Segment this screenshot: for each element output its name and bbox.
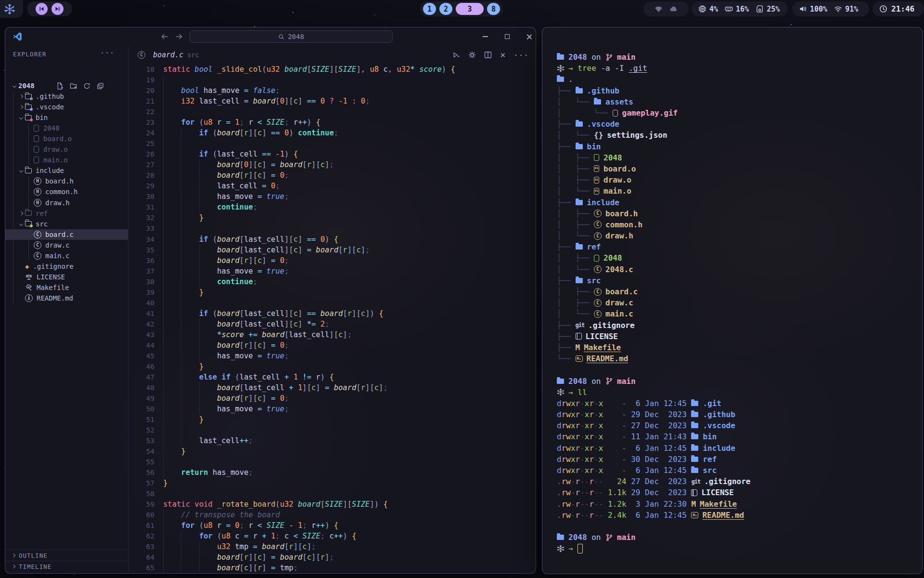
code-line-38[interactable]: 38continue;	[129, 276, 536, 287]
code-line-63[interactable]: 63u32 tmp = board[r][c];	[129, 541, 536, 552]
new-file-icon[interactable]	[56, 82, 64, 90]
explorer-root-2048[interactable]: 2048	[5, 80, 128, 91]
code-line-54[interactable]: 54}	[129, 446, 536, 457]
tab-board-c[interactable]: C board.c src	[133, 46, 204, 64]
minimize-button[interactable]	[481, 32, 489, 41]
command-search-input[interactable]: 2048	[190, 30, 393, 43]
code-line-52[interactable]: 52	[129, 425, 536, 435]
code-line-23[interactable]: 23for (u8 r = 1; r < SIZE; r++) {	[129, 117, 536, 128]
code-line-47[interactable]: 47else if (last_cell + 1 != r) {	[129, 372, 536, 382]
code-line-42[interactable]: 42board[last_cell][c] *= 2;	[129, 319, 536, 329]
code-line-48[interactable]: 48board[last_cell + 1][c] = board[r][c];	[129, 382, 536, 393]
code-line-60[interactable]: 60// transpose the board	[129, 510, 536, 520]
tree-item-.github[interactable]: .github	[5, 91, 128, 102]
code-line-44[interactable]: 44board[r][c] = 0;	[129, 340, 536, 351]
media-previous-button[interactable]	[36, 3, 48, 15]
code-line-19[interactable]: 19	[129, 75, 536, 85]
code-line-39[interactable]: 39}	[129, 287, 536, 298]
history-back-button[interactable]	[160, 32, 169, 41]
code-editor-area[interactable]: 18static bool _slide_col(u32 board[SIZE]…	[129, 64, 536, 573]
workspace-1[interactable]: 1	[423, 3, 436, 15]
media-next-button[interactable]	[51, 3, 64, 15]
code-line-58[interactable]: 58	[129, 488, 536, 499]
workspace-3-active[interactable]: 3	[456, 3, 484, 15]
code-line-53[interactable]: 53last_cell++;	[129, 435, 536, 446]
tree-item-LICENSE[interactable]: LICENSE	[5, 272, 128, 282]
tree-item-draw.h[interactable]: Hdraw.h	[5, 197, 128, 208]
tree-item-README.md[interactable]: iREADME.md	[5, 293, 128, 303]
code-line-24[interactable]: 24if (board[r][c] == 0) continue;	[129, 128, 536, 138]
tree-item-include[interactable]: include	[5, 165, 128, 176]
tree-item-main.o[interactable]: main.o	[5, 155, 128, 165]
editor-titlebar[interactable]: 2048	[5, 27, 536, 46]
system-stats[interactable]: 4% 16% 25%	[692, 1, 788, 16]
tree-item-src[interactable]: src	[5, 219, 128, 229]
code-line-20[interactable]: 20bool has_move = false;	[129, 85, 536, 96]
close-window-button[interactable]	[525, 32, 533, 41]
code-line-27[interactable]: 27board[0][c] = board[r][c];	[129, 159, 536, 170]
code-line-56[interactable]: 56return has_move;	[129, 467, 536, 478]
clock-widget[interactable]: 21:46	[873, 1, 924, 16]
code-line-34[interactable]: 34if (board[last_cell][c] == 0) {	[129, 234, 536, 245]
tree-item-Makefile[interactable]: Makefile	[5, 282, 128, 293]
code-line-49[interactable]: 49board[r][c] = 0;	[129, 393, 536, 404]
code-line-41[interactable]: 41if (board[last_cell][c] == board[r][c]…	[129, 308, 536, 319]
code-line-37[interactable]: 37has_move = true;	[129, 266, 536, 276]
settings-gear-icon[interactable]	[468, 51, 476, 59]
tree-item-draw.o[interactable]: draw.o	[5, 144, 128, 155]
run-debug-button[interactable]	[452, 51, 460, 59]
code-line-45[interactable]: 45has_move = true;	[129, 351, 536, 361]
panel-timeline[interactable]: TIMELINE	[5, 561, 128, 572]
code-line-36[interactable]: 36board[r][c] = 0;	[129, 255, 536, 266]
code-line-33[interactable]: 33	[129, 223, 536, 234]
launcher-button[interactable]	[0, 0, 23, 18]
code-line-46[interactable]: 46}	[129, 361, 536, 372]
code-line-26[interactable]: 26if (last_cell == -1) {	[129, 149, 536, 159]
code-line-64[interactable]: 64board[r][c] = board[c][r];	[129, 552, 536, 563]
code-line-50[interactable]: 50has_move = true;	[129, 404, 536, 414]
maximize-button[interactable]	[503, 32, 512, 41]
code-line-43[interactable]: 43*score += board[last_cell][c];	[129, 329, 536, 340]
workspace-2[interactable]: 2	[439, 3, 452, 15]
code-line-32[interactable]: 32}	[129, 212, 536, 223]
close-editor-icon[interactable]	[500, 53, 505, 57]
explorer-more-icon[interactable]: ···	[100, 49, 115, 57]
code-line-30[interactable]: 30has_move = true;	[129, 191, 536, 202]
collapse-folders-icon[interactable]	[97, 82, 104, 90]
workspace-8[interactable]: 8	[487, 3, 500, 15]
editor-more-icon[interactable]: ···	[513, 51, 529, 60]
code-line-59[interactable]: 59static void _rotate_board(u32 board[SI…	[129, 499, 536, 510]
tree-item-.vscode[interactable]: .vscode	[5, 102, 128, 112]
tree-item-.gitignore[interactable]: ◆.gitignore	[5, 261, 128, 272]
code-line-31[interactable]: 31continue;	[129, 202, 536, 212]
code-line-61[interactable]: 61for (u8 r = 0; r < SIZE - 1; r++) {	[129, 520, 536, 531]
panel-outline[interactable]: OUTLINE	[5, 550, 128, 561]
history-forward-button[interactable]	[175, 32, 183, 41]
new-folder-icon[interactable]	[70, 82, 77, 90]
tree-item-board.h[interactable]: Hboard.h	[5, 176, 128, 186]
code-line-57[interactable]: 57}	[129, 478, 536, 488]
code-line-65[interactable]: 65board[c][r] = tmp;	[129, 563, 536, 573]
tree-item-2048[interactable]: 2048	[5, 123, 128, 133]
tree-item-board.o[interactable]: board.o	[5, 133, 128, 144]
terminal-cursor[interactable]	[578, 544, 583, 553]
code-line-28[interactable]: 28board[r][c] = 0;	[129, 170, 536, 181]
code-line-51[interactable]: 51}	[129, 414, 536, 425]
audio-network-widget[interactable]: 100% 91%	[792, 1, 869, 16]
code-line-18[interactable]: 18static bool _slide_col(u32 board[SIZE]…	[129, 64, 536, 75]
refresh-icon[interactable]	[83, 82, 90, 90]
tree-item-draw.c[interactable]: Cdraw.c	[5, 240, 128, 250]
tree-item-main.c[interactable]: Cmain.c	[5, 250, 128, 261]
code-line-40[interactable]: 40	[129, 298, 536, 308]
code-line-25[interactable]: 25	[129, 138, 536, 149]
code-line-62[interactable]: 62for (u8 c = r + 1; c < SIZE; c++) {	[129, 531, 536, 541]
terminal-window[interactable]: 2048 on main→ tree -a -I .git.├── .githu…	[542, 27, 923, 574]
tree-item-common.h[interactable]: Hcommon.h	[5, 186, 128, 197]
code-line-21[interactable]: 21i32 last_cell = board[0][c] == 0 ? -1 …	[129, 96, 536, 106]
code-line-55[interactable]: 55	[129, 457, 536, 467]
tree-item-board.c[interactable]: Cboard.c	[5, 229, 128, 240]
weather-widget[interactable]	[643, 1, 689, 16]
code-line-35[interactable]: 35board[last_cell][c] = board[r][c];	[129, 245, 536, 255]
tree-item-ref[interactable]: ref	[5, 208, 128, 219]
code-line-29[interactable]: 29last_cell = 0;	[129, 181, 536, 191]
